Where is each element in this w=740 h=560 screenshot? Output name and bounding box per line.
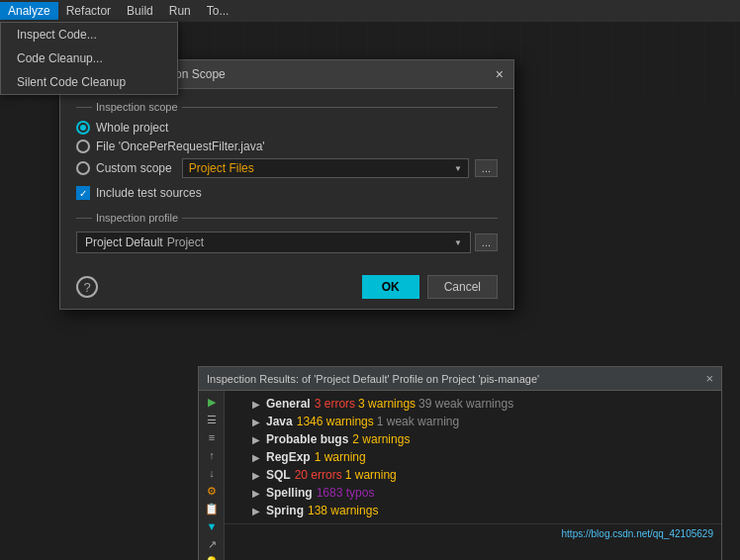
result-arrow-spring: ▶: [252, 506, 260, 516]
radio-file[interactable]: File 'OncePerRequestFilter.java': [76, 140, 498, 153]
custom-scope-dropdown[interactable]: Project Files ▼: [182, 158, 469, 178]
include-test-sources-row[interactable]: Include test sources: [76, 186, 498, 200]
profile-name: Project Default: [85, 235, 163, 249]
profile-sub: Project: [167, 235, 204, 249]
result-item-probable[interactable]: ▶ Probable bugs 2 warnings: [225, 430, 721, 448]
collapse-all-button[interactable]: ≡: [203, 428, 221, 446]
dialog-footer: ? OK Cancel: [60, 265, 513, 309]
result-item-spring[interactable]: ▶ Spring 138 warnings: [225, 502, 721, 519]
profile-dropdown[interactable]: Project Default Project ▼: [76, 232, 471, 253]
footer-url: https://blog.csdn.net/qq_42105629: [562, 528, 713, 539]
result-arrow-sql: ▶: [252, 470, 260, 481]
result-errors-general: 3 errors: [315, 397, 355, 411]
result-typos-spelling: 1683 typos: [317, 486, 375, 500]
result-warnings-regexp: 1 warning: [315, 450, 366, 464]
dialog-close-button[interactable]: ×: [496, 67, 504, 81]
result-item-sql[interactable]: ▶ SQL 20 errors 1 warning: [225, 466, 721, 484]
result-name-java: Java: [266, 415, 293, 428]
result-arrow-general: ▶: [252, 399, 260, 410]
result-warnings-spring: 138 warnings: [308, 504, 378, 517]
settings-button[interactable]: ⚙: [203, 482, 221, 500]
filter-button[interactable]: ▼: [203, 517, 221, 535]
scope-more-button[interactable]: ...: [475, 159, 498, 177]
dropdown-inspect-code[interactable]: Inspect Code...: [1, 23, 177, 47]
radio-file-circle: [76, 140, 90, 153]
result-item-java[interactable]: ▶ Java 1346 warnings 1 weak warning: [225, 413, 721, 430]
export-button[interactable]: 📋: [203, 500, 221, 517]
cancel-button[interactable]: Cancel: [427, 275, 498, 299]
analyze-dropdown: Inspect Code... Code Cleanup... Silent C…: [0, 22, 178, 95]
result-item-regexp[interactable]: ▶ RegExp 1 warning: [225, 448, 721, 466]
include-test-checkbox[interactable]: [76, 186, 90, 200]
inspection-profile-section: Inspection profile: [76, 212, 498, 224]
inspection-scope-section: Inspection scope: [76, 101, 498, 113]
result-name-sql: SQL: [266, 468, 291, 482]
result-arrow-java: ▶: [252, 417, 260, 427]
scope-radio-group: Whole project File 'OncePerRequestFilter…: [76, 121, 498, 178]
results-titlebar: Inspection Results: of 'Project Default'…: [199, 367, 721, 391]
radio-whole-project-label: Whole project: [96, 121, 168, 135]
menubar-tools[interactable]: To...: [199, 2, 237, 20]
menubar-run[interactable]: Run: [161, 2, 199, 20]
results-list-container: ▶ General 3 errors 3 warnings 39 weak wa…: [225, 391, 721, 560]
profile-more-button[interactable]: ...: [475, 233, 498, 251]
result-warnings-sql: 1 warning: [345, 468, 397, 482]
radio-custom-label: Custom scope: [96, 161, 172, 175]
results-close-button[interactable]: ×: [705, 371, 713, 386]
result-item-general[interactable]: ▶ General 3 errors 3 warnings 39 weak wa…: [225, 395, 721, 413]
result-name-probable: Probable bugs: [266, 432, 348, 446]
result-arrow-regexp: ▶: [252, 452, 260, 463]
inspection-scope-dialog: ?! Specify Inspection Scope × Inspection…: [59, 59, 514, 310]
ok-button[interactable]: OK: [362, 275, 419, 299]
profile-dropdown-arrow: ▼: [454, 238, 462, 247]
radio-whole-project-circle: [76, 121, 90, 135]
results-content: ▶ ☰ ≡ ↑ ↓ ⚙ 📋 ▼ ↗ 💡 ▶ General 3 errors 3…: [199, 391, 721, 560]
menubar-analyze[interactable]: Analyze: [0, 2, 58, 20]
help-button[interactable]: ?: [76, 276, 98, 298]
menubar: Analyze Refactor Build Run To...: [0, 0, 740, 22]
dropdown-silent-cleanup[interactable]: Silent Code Cleanup: [1, 70, 177, 94]
radio-file-label: File 'OncePerRequestFilter.java': [96, 140, 265, 153]
result-errors-sql: 20 errors: [295, 468, 342, 482]
radio-custom-scope[interactable]: Custom scope Project Files ▼ ...: [76, 158, 498, 178]
results-title: Inspection Results: of 'Project Default'…: [207, 373, 701, 385]
results-list: ▶ General 3 errors 3 warnings 39 weak wa…: [225, 391, 721, 523]
profile-section: Project Default Project ▼ ...: [76, 232, 498, 253]
import-button[interactable]: ↗: [203, 535, 221, 553]
result-item-spelling[interactable]: ▶ Spelling 1683 typos: [225, 484, 721, 502]
dropdown-code-cleanup[interactable]: Code Cleanup...: [1, 47, 177, 70]
result-warnings-general: 3 warnings: [358, 397, 416, 411]
result-name-general: General: [266, 397, 311, 411]
radio-custom-circle: [76, 161, 90, 175]
result-name-spring: Spring: [266, 504, 304, 517]
radio-whole-project[interactable]: Whole project: [76, 121, 498, 135]
lightbulb-button[interactable]: 💡: [203, 553, 221, 560]
expand-all-button[interactable]: ☰: [203, 411, 221, 428]
down-button[interactable]: ↓: [203, 464, 221, 482]
rerun-button[interactable]: ▶: [203, 393, 221, 411]
include-test-label: Include test sources: [96, 186, 202, 200]
results-footer: https://blog.csdn.net/qq_42105629: [225, 523, 721, 543]
result-name-regexp: RegExp: [266, 450, 311, 464]
result-arrow-probable: ▶: [252, 434, 260, 445]
result-weak-java: 1 weak warning: [377, 415, 459, 428]
result-arrow-spelling: ▶: [252, 488, 260, 499]
scope-dropdown-value: Project Files: [189, 161, 254, 175]
results-toolbar: ▶ ☰ ≡ ↑ ↓ ⚙ 📋 ▼ ↗ 💡: [199, 391, 225, 560]
menubar-build[interactable]: Build: [119, 2, 161, 20]
menubar-refactor[interactable]: Refactor: [58, 2, 119, 20]
scope-dropdown-arrow: ▼: [454, 164, 462, 173]
result-name-spelling: Spelling: [266, 486, 313, 500]
result-warnings-probable: 2 warnings: [352, 432, 410, 446]
result-warnings-java: 1346 warnings: [297, 415, 374, 428]
result-weak-general: 39 weak warnings: [418, 397, 513, 411]
inspection-results-panel: Inspection Results: of 'Project Default'…: [198, 366, 722, 560]
up-button[interactable]: ↑: [203, 446, 221, 464]
